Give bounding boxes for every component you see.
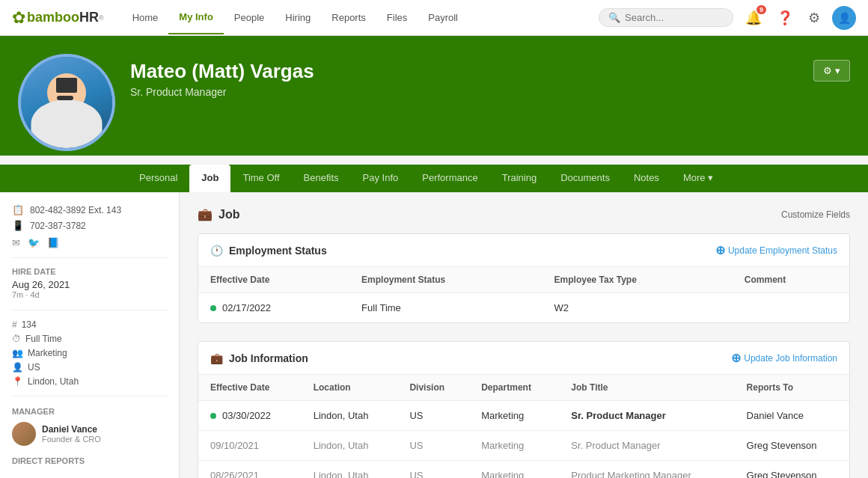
direct-reports-label: Direct Reports bbox=[12, 456, 167, 465]
nav-people[interactable]: People bbox=[224, 1, 275, 34]
manager-avatar bbox=[12, 422, 36, 446]
ji-effective-date-1: 09/10/2021 bbox=[198, 431, 302, 461]
update-employment-status-link[interactable]: ⊕ Update Employment Status bbox=[715, 243, 837, 257]
col-comment: Comment bbox=[733, 267, 849, 293]
ji-division-1: US bbox=[397, 431, 469, 461]
nav-home[interactable]: Home bbox=[122, 1, 169, 34]
effective-date-value: 02/17/2022 bbox=[222, 302, 271, 313]
tab-training[interactable]: Training bbox=[490, 165, 548, 192]
ji-division-0: US bbox=[397, 401, 469, 431]
profile-settings-button[interactable]: ⚙ ▾ bbox=[813, 60, 850, 82]
nav-payroll[interactable]: Payroll bbox=[418, 1, 468, 34]
ji-col-department: Department bbox=[469, 375, 559, 401]
effective-date-cell: 02/17/2022 bbox=[198, 293, 349, 323]
tab-documents[interactable]: Documents bbox=[548, 165, 622, 192]
settings-button[interactable]: ⚙ bbox=[805, 7, 823, 29]
job-information-icon: 💼 bbox=[210, 352, 223, 364]
ji-reports-to-2[interactable]: Greg Stevenson bbox=[735, 461, 849, 479]
phone1-row: 📋 802-482-3892 Ext. 143 bbox=[12, 204, 167, 215]
search-input[interactable] bbox=[625, 12, 724, 23]
ji-reports-to-1[interactable]: Greg Stevenson bbox=[735, 431, 849, 461]
nav-links: Home My Info People Hiring Reports Files… bbox=[122, 1, 599, 34]
help-button[interactable]: ❓ bbox=[774, 7, 796, 29]
ji-col-effective-date: Effective Date bbox=[198, 375, 302, 401]
notifications-button[interactable]: 🔔 9 bbox=[742, 7, 765, 29]
table-row: 08/26/2021 Lindon, Utah US Marketing Pro… bbox=[198, 461, 849, 479]
facebook-icon[interactable]: 📘 bbox=[47, 237, 59, 248]
manager-role: Founder & CRO bbox=[42, 435, 101, 444]
manager-name[interactable]: Daniel Vance bbox=[42, 424, 101, 435]
ji-job-title-1: Sr. Product Manager bbox=[559, 431, 734, 461]
ji-col-location: Location bbox=[302, 375, 398, 401]
hire-date-section: Hire Date Aug 26, 2021 7m · 4d bbox=[12, 267, 167, 299]
nav-my-info[interactable]: My Info bbox=[168, 1, 224, 34]
employment-status-icon: 🕐 bbox=[210, 245, 223, 257]
employment-status-table: Effective Date Employment Status Employe… bbox=[198, 267, 849, 322]
nav-right-actions: 🔍 🔔 9 ❓ ⚙ 👤 bbox=[599, 6, 856, 30]
col-effective-date: Effective Date bbox=[198, 267, 349, 293]
employment-type-value: Full Time bbox=[25, 334, 62, 344]
update-job-plus-icon: ⊕ bbox=[731, 351, 741, 365]
tab-notes[interactable]: Notes bbox=[622, 165, 671, 192]
employee-id-row: # 134 bbox=[12, 319, 167, 330]
employee-id-value: 134 bbox=[22, 319, 37, 330]
phone2-value: 702-387-3782 bbox=[30, 221, 86, 231]
comment-cell bbox=[733, 293, 849, 323]
profile-info: Mateo (Matt) Vargas Sr. Product Manager bbox=[130, 48, 798, 98]
hire-date-value: Aug 26, 2021 bbox=[12, 279, 167, 290]
email-icon[interactable]: ✉ bbox=[12, 237, 20, 248]
profile-header: Mateo (Matt) Vargas Sr. Product Manager … bbox=[0, 36, 868, 156]
ji-effective-date-0: 03/30/2022 bbox=[198, 401, 302, 431]
country-value: US bbox=[28, 362, 40, 373]
twitter-icon[interactable]: 🐦 bbox=[28, 237, 40, 248]
job-information-header: 💼 Job Information ⊕ Update Job Informati… bbox=[198, 342, 849, 375]
search-bar[interactable]: 🔍 bbox=[599, 8, 733, 27]
ji-col-reports-to: Reports To bbox=[735, 375, 849, 401]
update-job-information-link[interactable]: ⊕ Update Job Information bbox=[731, 351, 837, 365]
logo-hr-text: HR bbox=[79, 10, 99, 25]
manager-section: Manager Daniel Vance Founder & CRO bbox=[12, 407, 167, 446]
location-row: 📍 Lindon, Utah bbox=[12, 376, 167, 387]
divider-1 bbox=[12, 257, 167, 258]
logo-registered: ® bbox=[99, 14, 104, 22]
tab-benefits[interactable]: Benefits bbox=[292, 165, 351, 192]
employment-status-cell: Full Time bbox=[349, 293, 542, 323]
tab-job[interactable]: Job bbox=[189, 165, 230, 192]
tab-pay-info[interactable]: Pay Info bbox=[351, 165, 411, 192]
ji-job-title-2: Product Marketing Manager bbox=[559, 461, 734, 479]
mobile-phone-icon: 📱 bbox=[12, 220, 24, 231]
tab-performance[interactable]: Performance bbox=[410, 165, 489, 192]
phone2-row: 📱 702-387-3782 bbox=[12, 220, 167, 231]
nav-hiring[interactable]: Hiring bbox=[275, 1, 321, 34]
ji-col-division: Division bbox=[397, 375, 469, 401]
ji-department-2: Marketing bbox=[469, 461, 559, 479]
app-logo[interactable]: ✿ bamboo HR ® bbox=[12, 8, 104, 28]
employment-status-header: 🕐 Employment Status ⊕ Update Employment … bbox=[198, 234, 849, 267]
location-value: Lindon, Utah bbox=[28, 376, 79, 387]
logo-text: bamboo bbox=[27, 10, 79, 25]
col-employee-tax-type: Employee Tax Type bbox=[542, 267, 733, 293]
user-avatar[interactable]: 👤 bbox=[832, 6, 856, 30]
profile-avatar bbox=[18, 54, 115, 151]
tab-more[interactable]: More ▾ bbox=[671, 165, 725, 192]
job-info-header-row: Effective Date Location Division Departm… bbox=[198, 375, 849, 401]
ji-reports-to-0[interactable]: Daniel Vance bbox=[735, 401, 849, 431]
tab-time-off[interactable]: Time Off bbox=[230, 165, 291, 192]
update-job-label: Update Job Information bbox=[744, 353, 837, 364]
ji-department-1: Marketing bbox=[469, 431, 559, 461]
nav-files[interactable]: Files bbox=[376, 1, 418, 34]
table-row: 03/30/2022 Lindon, Utah US Marketing Sr.… bbox=[198, 401, 849, 431]
job-title-text: Job bbox=[218, 208, 239, 221]
tab-personal[interactable]: Personal bbox=[127, 165, 189, 192]
customize-fields-link[interactable]: Customize Fields bbox=[781, 209, 850, 220]
profile-tabs: Personal Job Time Off Benefits Pay Info … bbox=[0, 165, 868, 192]
content-header: 💼 Job Customize Fields bbox=[198, 207, 850, 221]
country-icon: 👤 bbox=[12, 362, 23, 373]
ji-location-2: Lindon, Utah bbox=[302, 461, 398, 479]
manager-row: Daniel Vance Founder & CRO bbox=[12, 422, 167, 446]
job-information-section: 💼 Job Information ⊕ Update Job Informati… bbox=[198, 341, 850, 478]
manager-label: Manager bbox=[12, 407, 167, 416]
update-employment-label: Update Employment Status bbox=[728, 245, 837, 256]
divider-2 bbox=[12, 310, 167, 310]
nav-reports[interactable]: Reports bbox=[321, 1, 376, 34]
